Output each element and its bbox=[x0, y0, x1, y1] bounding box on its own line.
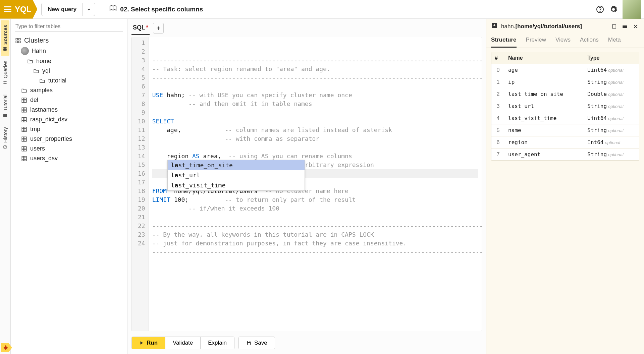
schema-row[interactable]: 0ageUint64optional bbox=[491, 64, 639, 76]
folder-home[interactable]: home bbox=[15, 56, 123, 66]
code-line: LIMIT 100; -- to return only part of the… bbox=[152, 195, 478, 204]
autocomplete-option[interactable]: last_url bbox=[168, 170, 305, 180]
table-item[interactable]: users bbox=[15, 144, 123, 154]
new-query-button-group: New query bbox=[41, 3, 95, 16]
svg-line-19 bbox=[4, 349, 5, 349]
save-button[interactable]: Save bbox=[238, 337, 275, 349]
rail-tab-history[interactable]: History bbox=[1, 122, 9, 154]
code-line: -- if/when it exceeds 100 bbox=[152, 204, 478, 213]
schema-row[interactable]: 6regionInt64optional bbox=[491, 136, 639, 149]
autocomplete-option[interactable]: last_time_on_site bbox=[168, 160, 305, 170]
table-item[interactable]: user_properties bbox=[15, 134, 123, 144]
window-restore-icon[interactable] bbox=[610, 23, 618, 30]
table-item[interactable]: rasp_dict_dsv bbox=[15, 115, 123, 124]
folder-icon bbox=[39, 77, 46, 84]
schema-row[interactable]: 1ipStringoptional bbox=[491, 76, 639, 88]
help-icon[interactable] bbox=[596, 5, 604, 14]
code-line: age, -- column names are listed instead … bbox=[152, 126, 478, 134]
col-name: Name bbox=[505, 52, 584, 64]
editor-tab-sql[interactable]: SQL* bbox=[131, 22, 150, 35]
add-tab-button[interactable]: + bbox=[153, 23, 164, 34]
play-icon bbox=[139, 341, 144, 345]
rail-tab-tutorial[interactable]: Tutorial bbox=[1, 90, 9, 122]
new-query-button[interactable]: New query bbox=[42, 3, 83, 16]
svg-rect-62 bbox=[248, 343, 250, 345]
close-icon[interactable] bbox=[632, 23, 639, 30]
autocomplete-option[interactable]: last_visit_time bbox=[168, 180, 305, 190]
cluster-avatar-icon bbox=[21, 47, 29, 55]
code-content[interactable]: ----------------------------------------… bbox=[149, 37, 482, 331]
table-item[interactable]: del bbox=[15, 95, 123, 105]
rail-tab-queries[interactable]: Queries bbox=[1, 56, 9, 90]
code-line: ----------------------------------------… bbox=[152, 222, 478, 230]
svg-rect-25 bbox=[22, 98, 26, 103]
svg-point-9 bbox=[6, 83, 6, 84]
tab-views[interactable]: Views bbox=[555, 34, 571, 48]
svg-rect-55 bbox=[22, 156, 26, 161]
svg-rect-22 bbox=[19, 38, 20, 40]
validate-button[interactable]: Validate bbox=[165, 337, 200, 349]
sources-tree: Clusters Hahn home yql tutorial bbox=[15, 35, 123, 163]
inspector-header: hahn.[home/yql/tutorial/users] bbox=[486, 19, 644, 34]
table-icon bbox=[21, 136, 28, 142]
tab-structure[interactable]: Structure bbox=[491, 34, 517, 48]
lesson-title-block: 02. Select specific columns bbox=[109, 5, 203, 14]
book-icon bbox=[109, 5, 117, 14]
editor-tabs: SQL* + bbox=[127, 19, 486, 35]
svg-rect-50 bbox=[22, 146, 26, 151]
chevron-down-icon bbox=[87, 7, 91, 12]
schema-row[interactable]: 2last_time_on_siteDoubleoptional bbox=[491, 88, 639, 100]
code-line: -- just for demonstration purposes, in f… bbox=[152, 239, 478, 248]
tab-preview[interactable]: Preview bbox=[526, 34, 546, 48]
schema-row[interactable]: 7user_agentStringoptional bbox=[491, 149, 639, 161]
code-line bbox=[152, 213, 478, 222]
run-button[interactable]: Run bbox=[132, 337, 165, 349]
lesson-title: 02. Select specific columns bbox=[120, 6, 203, 13]
svg-rect-30 bbox=[22, 108, 26, 112]
table-item[interactable]: lastnames bbox=[15, 105, 123, 115]
rail-tab-sources[interactable]: Sources bbox=[1, 20, 9, 56]
schema-row[interactable]: 3last_urlStringoptional bbox=[491, 100, 639, 112]
table-path: hahn.[home/yql/tutorial/users] bbox=[501, 23, 607, 30]
schema-row[interactable]: 5nameStringoptional bbox=[491, 124, 639, 136]
avatar[interactable] bbox=[623, 0, 641, 19]
table-item[interactable]: samples bbox=[15, 85, 123, 95]
svg-rect-65 bbox=[623, 25, 627, 28]
new-query-dropdown[interactable] bbox=[83, 7, 95, 12]
svg-rect-40 bbox=[22, 127, 26, 132]
svg-point-16 bbox=[5, 345, 7, 347]
menu-icon[interactable] bbox=[4, 6, 11, 12]
save-icon bbox=[246, 340, 252, 346]
bug-report-button[interactable] bbox=[1, 343, 12, 352]
tab-meta[interactable]: Meta bbox=[608, 34, 621, 48]
filter-tables-input[interactable] bbox=[15, 21, 123, 32]
code-line bbox=[152, 82, 478, 91]
inspector-panel: hahn.[home/yql/tutorial/users] Structure… bbox=[486, 19, 644, 354]
gear-icon[interactable] bbox=[609, 5, 618, 14]
schema-row[interactable]: 4last_visit_timeUint64optional bbox=[491, 112, 639, 124]
download-icon[interactable] bbox=[491, 22, 498, 31]
folder-tutorial[interactable]: tutorial bbox=[15, 76, 123, 85]
table-item[interactable]: tmp bbox=[15, 124, 123, 134]
cluster-hahn[interactable]: Hahn bbox=[15, 46, 123, 56]
table-icon bbox=[21, 116, 28, 123]
plus-icon: + bbox=[156, 24, 160, 32]
editor-panel: SQL* + 123456789101112131415161718192021… bbox=[127, 19, 486, 354]
code-editor[interactable]: 123456789101112131415161718192021222324 … bbox=[131, 37, 482, 331]
left-rail: Sources Queries Tutorial History bbox=[0, 19, 11, 354]
tab-actions[interactable]: Actions bbox=[580, 34, 599, 48]
folder-yql[interactable]: yql bbox=[15, 66, 123, 76]
action-group: Run Validate Explain bbox=[131, 337, 234, 349]
code-line bbox=[152, 108, 478, 117]
header-icons bbox=[596, 0, 641, 19]
code-line: USE hahn; -- with USE you can specify cl… bbox=[152, 91, 478, 100]
clusters-header[interactable]: Clusters bbox=[15, 35, 123, 46]
code-line: -- By the way, all keywords in this tuto… bbox=[152, 230, 478, 239]
grid-icon bbox=[15, 37, 21, 44]
explain-button[interactable]: Explain bbox=[200, 337, 234, 349]
table-item[interactable]: users_dsv bbox=[15, 154, 123, 163]
autocomplete-popup: last_time_on_sitelast_urllast_visit_time bbox=[167, 160, 305, 191]
svg-rect-21 bbox=[16, 38, 17, 40]
window-minimize-icon[interactable] bbox=[621, 23, 629, 30]
table-icon bbox=[21, 107, 28, 113]
